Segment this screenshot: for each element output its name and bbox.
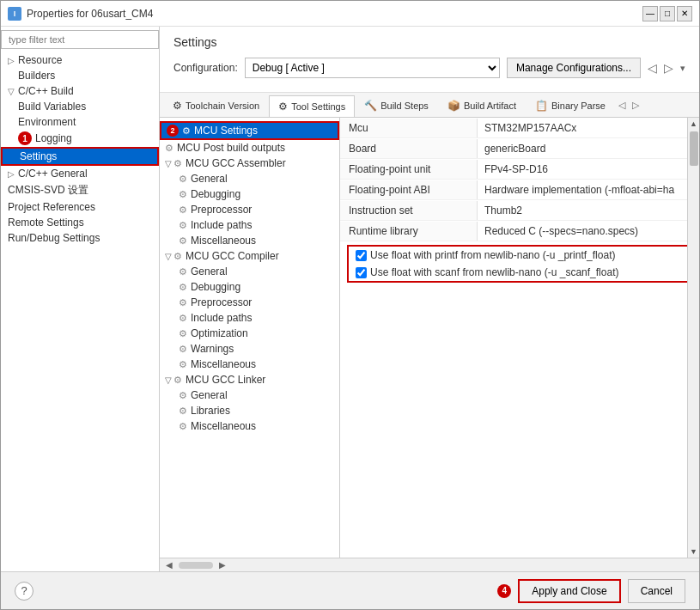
tab-toolchain[interactable]: ⚙ Toolchain Version <box>163 95 269 117</box>
app-icon: I <box>8 7 21 21</box>
prop-value-fpu: FPv4-SP-D16 <box>478 160 699 179</box>
sidebar-item-run-debug[interactable]: Run/Debug Settings <box>1 230 159 246</box>
prop-row-float-abi: Floating-point ABI Hardware implementati… <box>340 180 699 200</box>
split-pane: 2 ⚙ MCU Settings ⚙ MCU Post build output… <box>160 118 699 558</box>
tree-node-asm-preprocessor[interactable]: ⚙ Preprocessor <box>160 202 339 217</box>
manage-configurations-button[interactable]: Manage Configurations... <box>507 58 641 78</box>
sidebar-item-builders[interactable]: Builders <box>1 68 159 83</box>
checkbox-scanf[interactable] <box>356 267 367 278</box>
prop-row-fpu: Floating-point unit FPv4-SP-D16 <box>340 159 699 180</box>
nav-back-icon[interactable]: ◁ <box>648 61 657 75</box>
tab-build-steps[interactable]: 🔨 Build Steps <box>355 95 438 117</box>
prop-label-float-abi: Floating-point ABI <box>340 180 478 199</box>
tree-node-cc-warnings[interactable]: ⚙ Warnings <box>160 341 339 357</box>
checkbox-row-printf: Use float with printf from newlib-nano (… <box>349 247 691 264</box>
config-dropdown[interactable]: Debug [ Active ] <box>245 58 500 78</box>
footer-left: ? <box>15 582 33 601</box>
sidebar-item-environment[interactable]: Environment <box>1 114 159 130</box>
tree-node-cc-general[interactable]: ⚙ General <box>160 264 339 279</box>
tab-build-artifact[interactable]: 📦 Build Artifact <box>438 95 526 117</box>
badge-4: 4 <box>497 584 511 598</box>
prop-label-board: Board <box>340 139 478 158</box>
tool-settings-icon: ⚙ <box>278 101 288 113</box>
sidebar-item-logging[interactable]: 1 Logging <box>1 130 159 147</box>
hscroll-bar[interactable] <box>179 562 213 569</box>
sidebar-item-resource[interactable]: ▷ Resource <box>1 52 159 68</box>
nav-forward-icon[interactable]: ▷ <box>664 61 673 75</box>
vertical-scrollbar[interactable]: ▲ ▼ <box>687 118 699 558</box>
tree-node-cc-optimization[interactable]: ⚙ Optimization <box>160 326 339 341</box>
tree-node-asm-include[interactable]: ⚙ Include paths <box>160 217 339 233</box>
tab-binary-parse[interactable]: 📋 Binary Parse <box>526 95 615 117</box>
settings-title: Settings <box>173 35 685 49</box>
sidebar-item-build-vars[interactable]: Build Variables <box>1 99 159 114</box>
window-controls: — □ ✕ <box>642 6 692 21</box>
scroll-up-arrow[interactable]: ▲ <box>688 118 700 130</box>
sidebar-item-cpp-build[interactable]: ▽ C/C++ Build <box>1 83 159 99</box>
tree-node-asm-debugging[interactable]: ⚙ Debugging <box>160 186 339 202</box>
tabs-container: ⚙ Toolchain Version ⚙ Tool Settings 🔨 Bu… <box>160 93 699 118</box>
arrow-icon: ▽ <box>8 87 15 96</box>
properties-panel: Mcu STM32MP157AACx Board genericBoard Fl… <box>340 118 699 558</box>
sidebar-item-cmsis-svd[interactable]: CMSIS-SVD 设置 <box>1 181 159 199</box>
tree-node-ld-misc[interactable]: ⚙ Miscellaneous <box>160 418 339 434</box>
apply-close-wrapper: 4 Apply and Close <box>497 579 620 603</box>
help-button[interactable]: ? <box>15 582 33 601</box>
maximize-button[interactable]: □ <box>660 6 675 21</box>
tree-node-ld-general[interactable]: ⚙ General <box>160 387 339 403</box>
checkbox-printf[interactable] <box>356 250 367 261</box>
prop-value-runtime: Reduced C (--specs=nano.specs) <box>478 222 699 241</box>
hscroll-right-arrow[interactable]: ▶ <box>216 560 228 570</box>
title-bar: I Properties for 06usart_CM4 — □ ✕ <box>1 1 699 27</box>
settings-header: Settings Configuration: Debug [ Active ]… <box>160 27 699 93</box>
arrow-icon: ▷ <box>8 169 15 179</box>
tree-node-cc-preprocessor[interactable]: ⚙ Preprocessor <box>160 295 339 310</box>
tree-node-ld-libraries[interactable]: ⚙ Libraries <box>160 403 339 418</box>
footer-right: 4 Apply and Close Cancel <box>497 579 685 603</box>
tab-scroll-left[interactable]: ◁ <box>615 96 629 114</box>
scroll-thumb[interactable] <box>690 131 698 166</box>
sidebar: ▷ Resource Builders ▽ C/C++ Build Build … <box>1 27 160 571</box>
scroll-down-arrow[interactable]: ▼ <box>688 546 700 558</box>
prop-row-mcu: Mcu STM32MP157AACx <box>340 118 699 138</box>
tree-node-cc-misc[interactable]: ⚙ Miscellaneous <box>160 357 339 372</box>
checkbox-row-scanf: Use float with scanf from newlib-nano (-… <box>349 264 691 281</box>
tree-node-cc-include[interactable]: ⚙ Include paths <box>160 310 339 326</box>
sidebar-item-project-refs[interactable]: Project References <box>1 199 159 215</box>
sidebar-item-remote-settings[interactable]: Remote Settings <box>1 215 159 230</box>
tab-tool-settings[interactable]: ⚙ Tool Settings <box>269 95 355 118</box>
window-title: Properties for 06usart_CM4 <box>27 8 642 20</box>
sidebar-item-settings[interactable]: Settings <box>1 147 159 166</box>
prop-label-runtime: Runtime library <box>340 222 478 241</box>
prop-row-instruction: Instruction set Thumb2 <box>340 200 699 221</box>
prop-label-mcu: Mcu <box>340 119 478 137</box>
prop-row-board: Board genericBoard <box>340 138 699 159</box>
tab-scroll-right[interactable]: ▷ <box>629 96 642 114</box>
build-artifact-icon: 📦 <box>447 100 460 112</box>
main-content: ▷ Resource Builders ▽ C/C++ Build Build … <box>1 27 699 571</box>
nav-menu-icon[interactable]: ▾ <box>680 63 685 74</box>
checkbox-group: Use float with printf from newlib-nano (… <box>347 245 692 283</box>
sidebar-item-cpp-general[interactable]: ▷ C/C++ General <box>1 166 159 181</box>
close-button[interactable]: ✕ <box>677 6 692 21</box>
tree-node-mcu-gcc-linker[interactable]: ▽ ⚙ MCU GCC Linker <box>160 372 339 387</box>
tree-node-mcu-post-build[interactable]: ⚙ MCU Post build outputs <box>160 140 339 156</box>
tree-node-cc-debugging[interactable]: ⚙ Debugging <box>160 279 339 295</box>
prop-value-instruction: Thumb2 <box>478 201 699 220</box>
tree-node-asm-misc[interactable]: ⚙ Miscellaneous <box>160 233 339 248</box>
tree-node-mcu-settings[interactable]: 2 ⚙ MCU Settings <box>160 121 339 140</box>
cancel-button[interactable]: Cancel <box>628 579 685 603</box>
apply-close-button[interactable]: Apply and Close <box>518 579 620 603</box>
tree-panel: 2 ⚙ MCU Settings ⚙ MCU Post build output… <box>160 118 340 558</box>
tree-node-mcu-gcc-compiler[interactable]: ▽ ⚙ MCU GCC Compiler <box>160 248 339 264</box>
filter-input[interactable] <box>1 30 159 49</box>
config-row: Configuration: Debug [ Active ] Manage C… <box>173 58 685 78</box>
prop-label-instruction: Instruction set <box>340 201 478 220</box>
hscroll-left-arrow[interactable]: ◀ <box>163 560 175 570</box>
config-label: Configuration: <box>173 62 238 74</box>
expand-arrow: ▽ <box>165 252 172 261</box>
horizontal-scrollbar[interactable]: ◀ ▶ <box>160 558 699 571</box>
tree-node-asm-general[interactable]: ⚙ General <box>160 171 339 186</box>
minimize-button[interactable]: — <box>642 6 658 21</box>
tree-node-mcu-gcc-assembler[interactable]: ▽ ⚙ MCU GCC Assembler <box>160 156 339 171</box>
